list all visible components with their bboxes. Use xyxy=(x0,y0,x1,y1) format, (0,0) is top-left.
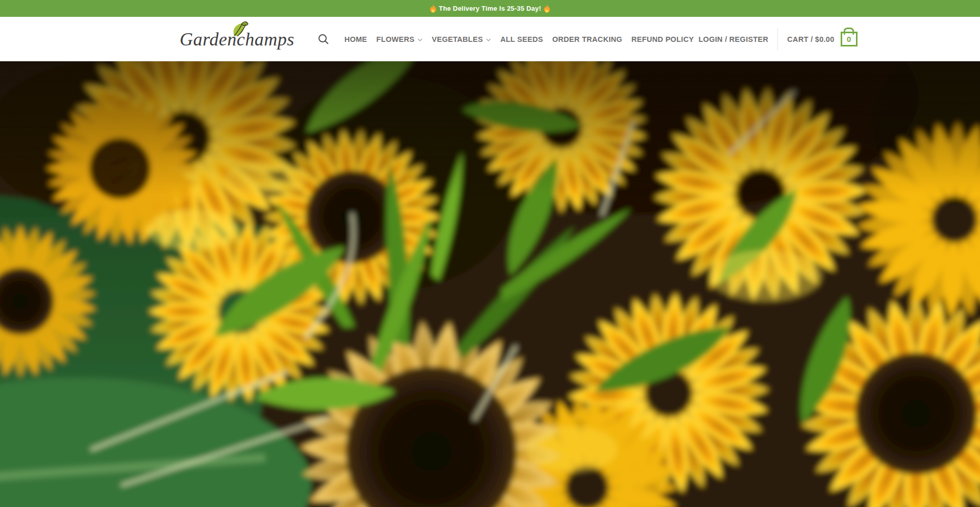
leaf-icon xyxy=(230,21,249,40)
nav-item-refund-policy[interactable]: REFUND POLICY xyxy=(627,35,698,43)
chevron-down-icon xyxy=(418,38,423,41)
main-nav: HOME FLOWERS VEGETABLES ALL SEEDS xyxy=(340,35,699,43)
announcement-text: The Delivery Time Is 25-35 Day! xyxy=(439,5,541,12)
header-right: LOGIN / REGISTER CART / $0.00 0 xyxy=(698,28,857,51)
header-divider xyxy=(777,28,778,51)
cart-label: CART / $0.00 xyxy=(787,35,834,43)
nav-item-label: FLOWERS xyxy=(376,35,414,43)
nav-item-label: VEGETABLES xyxy=(432,35,483,43)
login-register-link[interactable]: LOGIN / REGISTER xyxy=(698,35,768,43)
logo[interactable]: Gardenchamps xyxy=(180,29,295,50)
fire-icon xyxy=(544,5,550,13)
fire-icon xyxy=(430,5,436,13)
nav-item-label: HOME xyxy=(345,35,368,43)
nav-item-order-tracking[interactable]: ORDER TRACKING xyxy=(548,35,627,43)
search-icon[interactable] xyxy=(318,34,329,44)
hero-image xyxy=(0,61,980,507)
page: The Delivery Time Is 25-35 Day! Gar xyxy=(0,0,980,507)
announcement-bar: The Delivery Time Is 25-35 Day! xyxy=(0,0,980,17)
nav-item-vegetables[interactable]: VEGETABLES xyxy=(427,35,496,43)
cart-link[interactable]: CART / $0.00 0 xyxy=(787,32,857,46)
chevron-down-icon xyxy=(486,38,491,41)
nav-item-home[interactable]: HOME xyxy=(340,35,372,43)
cart-count-badge: 0 xyxy=(847,35,851,43)
nav-item-label: ORDER TRACKING xyxy=(552,35,622,43)
cart-bag-icon: 0 xyxy=(841,32,857,46)
nav-item-all-seeds[interactable]: ALL SEEDS xyxy=(496,35,548,43)
header-container: Gardenchamps HOME FLOWERS xyxy=(180,17,800,61)
nav-item-label: REFUND POLICY xyxy=(631,35,694,43)
nav-item-flowers[interactable]: FLOWERS xyxy=(372,35,427,43)
sunflowers-illustration xyxy=(0,61,980,507)
nav-item-label: ALL SEEDS xyxy=(500,35,543,43)
site-header: Gardenchamps HOME FLOWERS xyxy=(0,17,980,61)
